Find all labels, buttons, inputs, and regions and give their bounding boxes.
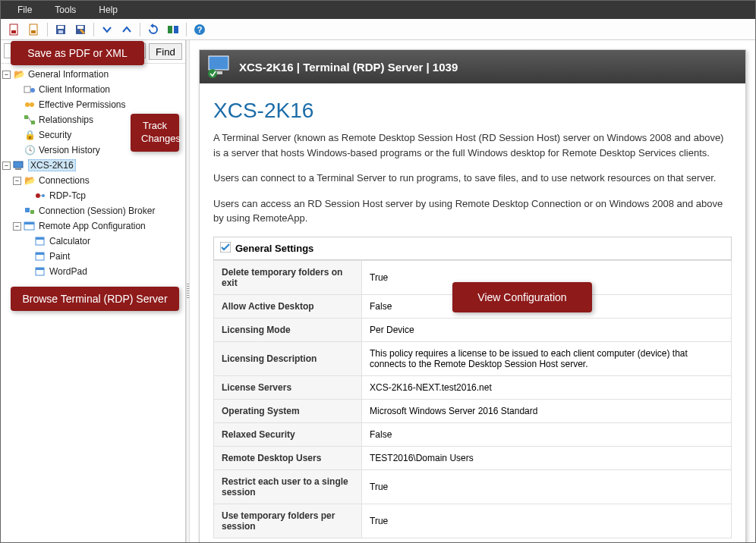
setting-key: Licensing Description [214,341,362,375]
save-button[interactable] [52,21,70,38]
svg-rect-35 [209,56,228,70]
section-header-general: General Settings [213,237,732,260]
table-row: Use temporary folders per sessionTrue [214,504,732,538]
setting-value: True [362,504,732,538]
menu-help[interactable]: Help [88,2,128,17]
svg-point-37 [208,69,217,78]
svg-point-15 [25,102,30,107]
tree-label: Connections [39,175,90,186]
collapse-icon[interactable]: − [13,222,21,231]
expand-down-button[interactable] [98,21,116,38]
broker-icon [24,205,36,217]
description-paragraph: Users can access an RD Session Host serv… [213,196,732,226]
callout-browse: Browse Terminal (RDP) Server [11,287,179,311]
tree-node-server[interactable]: − XCS-2K16 [2,158,184,173]
window-icon [24,220,36,232]
svg-rect-6 [58,30,63,33]
table-row: License ServersXCS-2K16-NEXT.test2016.ne… [214,375,732,399]
setting-value: Per Device [362,318,732,341]
panel-header: XCS-2K16 | Terminal (RDP) Server | 1039 [200,50,745,83]
tree-label: RDP-Tcp [49,190,86,201]
svg-rect-26 [30,210,34,214]
tree: − 📂 General Information Client Informati… [1,64,185,282]
setting-key: Restrict each user to a single session [214,469,362,504]
server-monitor-icon [207,55,232,79]
export-pdf-button[interactable] [5,21,24,38]
tree-label: General Information [28,69,109,80]
menu-file[interactable]: File [7,2,43,17]
tree-node-client-information[interactable]: Client Information [2,82,184,97]
tree-label: XCS-2K16 [28,159,76,171]
setting-key: Relaxed Security [214,422,362,446]
description-paragraph: A Terminal Server (known as Remote Deskt… [213,130,732,160]
tree-label: Connection (Session) Broker [39,206,155,216]
collapse-up-button[interactable] [118,21,136,38]
menubar: File Tools Help [1,1,755,19]
collapse-icon[interactable]: − [2,162,11,170]
toolbar-separator [47,23,48,36]
setting-value: TEST2016\Domain Users [362,446,732,469]
setting-value: This policy requires a license to be iss… [362,341,732,375]
svg-point-14 [30,88,35,93]
toolbar: ? [1,19,755,40]
folder-icon: 📂 [24,174,36,187]
app-icon [34,265,46,278]
svg-rect-9 [168,26,172,33]
relationships-icon [24,114,36,126]
tree-node-remote-app[interactable]: − Remote App Configuration [2,218,184,234]
server-icon [13,159,25,171]
callout-track: Track Changes [131,114,179,152]
tree-label: Version History [39,145,100,155]
tree-node-connections[interactable]: − 📂 Connections [2,173,184,188]
svg-rect-3 [31,30,36,33]
tree-node-general-information[interactable]: − 📂 General Information [2,67,184,82]
tree-label: Security [39,130,71,140]
svg-rect-30 [36,237,44,240]
svg-rect-28 [24,222,34,224]
help-button[interactable]: ? [191,21,209,38]
setting-key: Operating System [214,399,362,422]
svg-rect-8 [77,26,83,29]
tree-node-rdp-tcp[interactable]: RDP-Tcp [2,188,184,203]
svg-text:?: ? [197,25,203,34]
tree-label: Remote App Configuration [39,221,146,231]
svg-point-16 [30,102,34,107]
tree-node-paint[interactable]: Paint [2,249,184,264]
app-icon [34,235,46,247]
setting-value: False [362,422,732,446]
tree-label: Calculator [49,236,90,246]
collapse-icon[interactable]: − [13,177,21,185]
svg-rect-13 [24,86,30,93]
table-row: Restrict each user to a single sessionTr… [214,469,732,504]
find-button[interactable]: Find [149,43,182,60]
svg-rect-32 [36,253,44,255]
app-icon [34,250,46,262]
toolbar-separator [93,23,94,36]
callout-view: View Configuration [452,282,592,312]
edit-button[interactable] [71,21,90,38]
tree-node-calculator[interactable]: Calculator [2,234,184,249]
tree-node-session-broker[interactable]: Connection (Session) Broker [2,203,184,218]
svg-rect-1 [11,30,16,33]
setting-key: Licensing Mode [214,318,362,341]
description-paragraph: Users can connect to a Terminal Server t… [213,171,732,186]
collapse-icon[interactable]: − [2,71,11,79]
panel-title: XCS-2K16 | Terminal (RDP) Server | 1039 [239,61,458,74]
menu-tools[interactable]: Tools [44,2,87,17]
tree-node-effective-permissions[interactable]: Effective Permissions [2,97,184,112]
toolbar-separator [186,23,187,36]
checkbox-list-icon [220,242,231,255]
permissions-icon [24,99,36,111]
setting-value: True [362,469,732,504]
client-info-icon [24,83,36,96]
svg-rect-21 [15,168,21,170]
refresh-button[interactable] [144,21,162,38]
tree-label: Relationships [39,115,93,125]
export-xml-button[interactable] [25,21,43,38]
svg-rect-10 [174,26,178,33]
tree-node-wordpad[interactable]: WordPad [2,264,184,279]
svg-line-19 [28,117,31,122]
tree-label: Effective Permissions [39,99,126,110]
setting-key: Use temporary folders per session [214,504,362,538]
compare-button[interactable] [164,21,182,38]
